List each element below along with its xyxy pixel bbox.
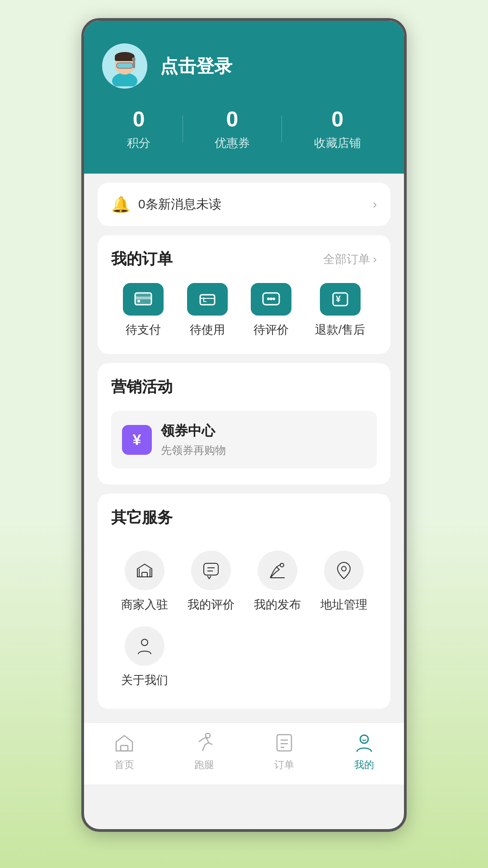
service-address[interactable]: 地址管理 bbox=[310, 542, 377, 617]
svg-rect-30 bbox=[121, 745, 128, 751]
phone-frame: 点击登录 0 积分 0 优惠券 0 收藏店铺 🔔 0条新消息未读 bbox=[81, 18, 407, 832]
stat-coupon[interactable]: 0 优惠券 bbox=[215, 107, 250, 151]
arrow-right-icon: › bbox=[373, 197, 377, 212]
bottom-nav: 首页 跑腿 订单 bbox=[84, 722, 404, 784]
svg-rect-3 bbox=[115, 57, 135, 61]
pending-pay-icon bbox=[123, 283, 164, 316]
order-pending-pay[interactable]: 待支付 bbox=[123, 283, 164, 338]
orders-header: 我的订单 全部订单 › bbox=[111, 249, 377, 269]
coupon-info: 领券中心 先领券再购物 bbox=[161, 422, 226, 458]
arrow-icon: › bbox=[373, 252, 377, 266]
coupon-icon: ¥ bbox=[122, 425, 152, 455]
svg-point-29 bbox=[141, 639, 148, 646]
svg-point-0 bbox=[112, 73, 137, 86]
merchant-icon bbox=[125, 551, 164, 590]
all-orders-link[interactable]: 全部订单 › bbox=[323, 251, 377, 267]
about-icon bbox=[125, 626, 164, 666]
svg-point-7 bbox=[132, 57, 136, 61]
services-header: 其它服务 bbox=[111, 507, 377, 528]
svg-rect-21 bbox=[142, 572, 147, 577]
nav-home[interactable]: 首页 bbox=[113, 731, 136, 772]
header: 点击登录 0 积分 0 优惠券 0 收藏店铺 bbox=[84, 21, 404, 174]
svg-rect-4 bbox=[117, 63, 133, 68]
nav-mine[interactable]: 我的 bbox=[352, 731, 376, 772]
svg-rect-10 bbox=[135, 297, 151, 299]
stat-divider-2 bbox=[282, 115, 282, 142]
svg-rect-32 bbox=[277, 735, 291, 751]
bell-icon: 🔔 bbox=[111, 195, 130, 213]
pending-review-icon bbox=[251, 283, 291, 316]
nav-orders[interactable]: 订单 bbox=[272, 731, 296, 772]
nav-errand[interactable]: 跑腿 bbox=[192, 731, 216, 772]
refund-icon: ¥ bbox=[320, 283, 361, 316]
service-about[interactable]: 关于我们 bbox=[111, 617, 178, 693]
stat-jifen[interactable]: 0 积分 bbox=[127, 107, 150, 151]
notification-card[interactable]: 🔔 0条新消息未读 › bbox=[98, 183, 390, 226]
svg-point-28 bbox=[342, 566, 346, 571]
stats-row: 0 积分 0 优惠券 0 收藏店铺 bbox=[102, 107, 386, 151]
services-grid: 商家入驻 我的评价 bbox=[111, 542, 377, 693]
svg-point-18 bbox=[272, 297, 275, 300]
order-refund[interactable]: ¥ 退款/售后 bbox=[315, 283, 365, 338]
svg-point-37 bbox=[360, 735, 368, 743]
order-pending-review[interactable]: 待评价 bbox=[251, 283, 291, 338]
stat-favorite[interactable]: 0 收藏店铺 bbox=[314, 107, 361, 151]
stat-divider-1 bbox=[183, 115, 183, 142]
pending-use-icon: L bbox=[187, 283, 228, 316]
services-title: 其它服务 bbox=[111, 507, 173, 528]
marketing-header: 营销活动 bbox=[111, 377, 377, 397]
svg-point-11 bbox=[137, 300, 140, 302]
notification-text: 0条新消息未读 bbox=[138, 196, 365, 213]
svg-rect-12 bbox=[200, 295, 215, 305]
svg-point-26 bbox=[280, 563, 284, 567]
orders-card: 我的订单 全部订单 › bbox=[98, 235, 390, 354]
review-icon bbox=[191, 551, 231, 590]
svg-point-17 bbox=[270, 297, 272, 300]
svg-point-16 bbox=[267, 297, 270, 300]
marketing-card: 营销活动 ¥ 领券中心 先领券再购物 bbox=[98, 363, 390, 485]
svg-text:L: L bbox=[203, 296, 207, 303]
orders-grid: 待支付 L 待使用 bbox=[111, 283, 377, 338]
login-button[interactable]: 点击登录 bbox=[160, 54, 232, 79]
service-review[interactable]: 我的评价 bbox=[178, 542, 244, 617]
coupon-center-item[interactable]: ¥ 领券中心 先领券再购物 bbox=[111, 411, 377, 468]
address-icon bbox=[324, 551, 364, 590]
svg-rect-22 bbox=[204, 563, 218, 575]
svg-text:¥: ¥ bbox=[336, 294, 341, 304]
marketing-title: 营销活动 bbox=[111, 377, 173, 397]
services-card: 其它服务 商家入驻 bbox=[98, 494, 390, 709]
avatar[interactable] bbox=[102, 43, 147, 89]
publish-icon bbox=[258, 551, 297, 590]
main-content: 🔔 0条新消息未读 › 我的订单 全部订单 › bbox=[84, 174, 404, 718]
order-pending-use[interactable]: L 待使用 bbox=[187, 283, 228, 338]
orders-title: 我的订单 bbox=[111, 249, 173, 269]
service-publish[interactable]: 我的发布 bbox=[244, 542, 310, 617]
service-merchant[interactable]: 商家入驻 bbox=[111, 542, 178, 617]
